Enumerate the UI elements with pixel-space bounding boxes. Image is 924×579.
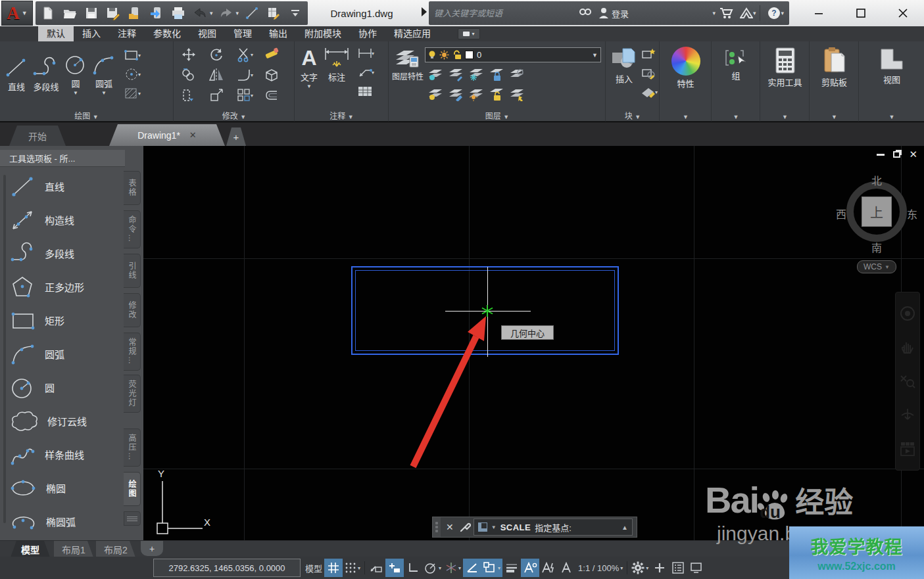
palette-item-ellipse[interactable]: 椭圆 <box>9 471 121 505</box>
panel-label-groups[interactable]: ▼ <box>712 112 760 121</box>
plot-button[interactable] <box>170 4 187 22</box>
new-layout-button[interactable]: + <box>141 541 163 556</box>
palette-tab-command[interactable]: 命令… <box>124 210 141 248</box>
arc-dropdown[interactable]: ▼ <box>101 90 107 96</box>
isolate-objects-button[interactable] <box>669 559 687 577</box>
rectangle-dropdown[interactable]: ▾ <box>138 53 141 58</box>
palette-tab-leader[interactable]: 引线 <box>124 254 141 288</box>
wcs-selector[interactable]: WCS▼ <box>857 260 896 273</box>
clipboard-button[interactable]: 剪贴板 <box>810 41 858 88</box>
edit-block-button[interactable] <box>639 65 657 81</box>
grid-toggle[interactable] <box>324 559 343 577</box>
palette-tab-highvoltage[interactable]: 高压… <box>124 428 141 467</box>
ribbon-tab-output[interactable]: 输出 <box>260 26 296 41</box>
hatch-button[interactable] <box>122 85 140 101</box>
linear-dim-dropdown[interactable]: ▾ <box>372 51 374 57</box>
layer-on-button[interactable] <box>426 86 444 102</box>
undo-dropdown[interactable]: ▾ <box>210 10 213 16</box>
dimension-button[interactable]: 标注 <box>323 44 351 83</box>
tool-palette-title[interactable]: 工具选项板 - 所... <box>0 150 125 167</box>
ribbon-tab-featured[interactable]: 精选应用 <box>385 26 439 41</box>
palette-item-rectangle[interactable]: 矩形 <box>9 304 121 337</box>
panel-label-modify[interactable]: 修改 ▼ <box>174 110 294 121</box>
command-mode-dropdown[interactable]: ▼ <box>491 524 497 530</box>
leader-dropdown[interactable]: ▾ <box>372 70 374 76</box>
ribbon-tab-collaborate[interactable]: 协作 <box>350 26 385 41</box>
annotation-scale-toggle[interactable] <box>558 559 576 577</box>
new-file-button[interactable] <box>39 4 57 22</box>
block-attributes-dropdown[interactable]: ▾ <box>655 89 658 95</box>
layer-combo[interactable]: 0 ▼ <box>425 47 601 62</box>
customize-button[interactable] <box>650 559 669 577</box>
view-button[interactable]: 视图 <box>860 41 924 85</box>
fillet-button[interactable] <box>235 67 253 83</box>
ribbon-tab-manage[interactable]: 管理 <box>225 26 260 41</box>
insert-block-button[interactable]: 插入 <box>609 45 639 85</box>
layer-isolate-button[interactable] <box>508 66 525 82</box>
palette-tab-fluorescent[interactable]: 荧光灯 <box>124 375 141 413</box>
search-icon[interactable] <box>575 7 595 19</box>
layer-freeze-button[interactable] <box>467 66 485 82</box>
drawing-close-icon[interactable]: ✕ <box>909 151 917 158</box>
copy-button[interactable] <box>180 67 197 83</box>
ellipse-dropdown[interactable]: ▾ <box>138 72 141 78</box>
command-bar-grip[interactable] <box>433 517 441 537</box>
maximize-button[interactable] <box>840 0 882 26</box>
file-tab-close-icon[interactable]: ✕ <box>189 130 197 140</box>
snap-toggle[interactable]: ▾ <box>343 559 362 577</box>
save-as-button[interactable] <box>105 4 122 22</box>
offset-button[interactable] <box>262 87 280 103</box>
palette-item-arc[interactable]: 圆弧 <box>9 337 121 371</box>
orbit-icon[interactable] <box>899 407 916 424</box>
layer-thaw-button[interactable] <box>467 86 485 102</box>
sign-in-button[interactable]: 登录 <box>595 7 632 20</box>
circle-dropdown[interactable]: ▼ <box>73 90 78 96</box>
app-logo[interactable]: A ▼ <box>1 1 33 26</box>
ribbon-tab-view[interactable]: 视图 <box>189 26 225 41</box>
palette-item-spline[interactable]: 样条曲线 <box>9 438 121 471</box>
circle-button[interactable]: 圆 ▼ <box>63 51 88 96</box>
palette-item-ellipse-arc[interactable]: 椭圆弧 <box>9 505 121 538</box>
rectangle-button[interactable] <box>122 47 140 63</box>
palette-item-xline[interactable]: 构造线 <box>9 203 121 237</box>
table-button[interactable] <box>356 83 374 99</box>
ribbon-tab-annotate[interactable]: 注释 <box>109 26 145 41</box>
array-dropdown[interactable]: ▾ <box>251 93 253 99</box>
viewcube-west[interactable]: 西 <box>836 206 846 221</box>
redo-button[interactable] <box>218 4 235 22</box>
move-button[interactable] <box>180 47 197 62</box>
viewcube-south[interactable]: 南 <box>871 239 882 255</box>
layer-lock-button[interactable] <box>487 66 505 82</box>
polar-tracking-toggle[interactable]: ▾ <box>422 559 443 577</box>
save-to-mobile-button[interactable] <box>148 4 165 22</box>
scale-button[interactable] <box>207 87 225 103</box>
command-customize-icon[interactable] <box>459 521 471 533</box>
navigation-bar[interactable] <box>895 292 920 471</box>
text-dropdown[interactable]: ▼ <box>306 83 312 89</box>
create-block-button[interactable] <box>639 46 657 62</box>
text-button[interactable]: A 文字 ▼ <box>301 44 318 89</box>
help-dropdown[interactable]: ▾ <box>781 10 784 16</box>
workspace-gear-button[interactable]: ▾ <box>629 559 650 577</box>
panel-label-block[interactable]: 块 ▼ <box>606 110 659 121</box>
palette-tab-draw[interactable]: 绘图 <box>124 472 141 506</box>
array-button[interactable] <box>235 87 253 103</box>
minimize-button[interactable] <box>798 0 840 26</box>
palette-tab-overflow[interactable] <box>124 511 141 526</box>
panel-label-view[interactable]: ▼ <box>860 112 924 121</box>
viewcube-top-face[interactable]: 上 <box>862 197 892 227</box>
properties-button[interactable]: 特性 <box>660 41 711 89</box>
hardware-acceleration-button[interactable] <box>687 559 706 577</box>
panel-label-annotation[interactable]: 注释 ▼ <box>295 110 388 121</box>
ortho-toggle[interactable] <box>404 559 422 577</box>
new-drawing-tab-button[interactable]: + <box>226 127 246 146</box>
app-store-cart-icon[interactable] <box>716 7 737 20</box>
panel-label-utilities[interactable]: ▼ <box>761 112 809 121</box>
command-line-bar[interactable]: ✕ ▼ SCALE 指定基点: ▲ <box>432 517 637 538</box>
palette-item-polyline[interactable]: 多段线 <box>9 237 121 270</box>
tab-layout1[interactable]: 布局1 <box>54 541 93 557</box>
open-from-mobile-button[interactable] <box>126 4 143 22</box>
palette-item-circle[interactable]: 圆 <box>9 371 121 404</box>
trim-dropdown[interactable]: ▾ <box>251 52 253 58</box>
ellipse-button[interactable] <box>122 66 140 82</box>
